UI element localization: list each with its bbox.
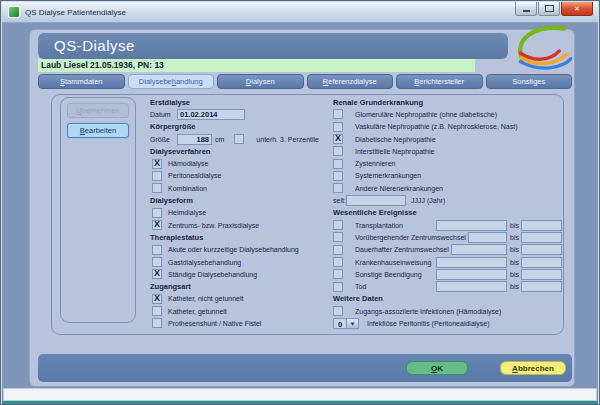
perzentile-checkbox[interactable] <box>234 134 244 144</box>
von-field[interactable] <box>436 220 507 231</box>
akute-dialyse-checkbox[interactable] <box>152 245 162 255</box>
prothesenshunt-checkbox[interactable] <box>152 318 162 328</box>
sonstige-beendigung-checkbox[interactable] <box>333 269 343 279</box>
von-field[interactable] <box>468 232 507 243</box>
krankenhauseinweisung-checkbox[interactable] <box>333 257 343 267</box>
seit-label: seit: <box>333 197 346 204</box>
bearbeiten-button[interactable]: Bearbeiten <box>67 123 129 138</box>
tab-sonstiges[interactable]: Sonstiges <box>486 74 573 89</box>
seit-hint: JJJJ (Jahr) <box>411 197 445 204</box>
section-wesentliche-ereignisse: Wesentliche Ereignisse <box>333 207 562 219</box>
app-icon <box>8 6 20 18</box>
checkbox-row: Andere Nierenerkrankungen <box>333 182 562 194</box>
diabetische-checkbox[interactable] <box>333 134 343 144</box>
app-header: QS-Dialyse <box>38 33 508 59</box>
dialog-button-bar: OK Abbrechen <box>38 354 572 382</box>
datum-label: Datum <box>150 111 177 118</box>
peritonealdialyse-checkbox[interactable] <box>152 171 162 181</box>
von-field[interactable] <box>436 269 507 280</box>
haemodialyse-checkbox[interactable] <box>152 159 162 169</box>
bis-field[interactable] <box>521 281 562 292</box>
bis-field[interactable] <box>521 220 562 231</box>
titlebar[interactable]: QS Dialyse Patientendialyse ✕ <box>2 2 598 23</box>
action-button-frame: Übernehmen Bearbeiten <box>60 97 136 323</box>
app-title: QS-Dialyse <box>54 37 135 54</box>
uebernehmen-button[interactable]: Übernehmen <box>67 103 129 118</box>
vaskulaere-checkbox[interactable] <box>333 122 343 132</box>
chevron-down-icon[interactable]: ▼ <box>347 318 359 329</box>
tod-checkbox[interactable] <box>333 282 343 292</box>
checkbox-row: Zentrums- bzw. Praxisdialyse <box>150 219 328 231</box>
groesse-row: Größe cm unterh. 3. Perzentile <box>150 133 328 145</box>
checkbox-row: Zugangs-assoziierte Infektionen (Hämodia… <box>333 305 562 317</box>
bis-field[interactable] <box>521 244 562 255</box>
zystennieren-checkbox[interactable] <box>333 159 343 169</box>
tab-bar: Stammdaten Dialysebehandlung Dialysen Re… <box>38 74 572 89</box>
bis-label: bis <box>510 222 519 229</box>
section-koerpergroesse: Körpergröße <box>150 121 328 133</box>
peritonitis-dropdown[interactable]: 0 ▼ <box>333 318 359 329</box>
datum-field[interactable] <box>177 109 245 120</box>
tab-berichtersteller[interactable]: Berichtersteller <box>396 74 483 89</box>
checkbox-row: Katheter, getunnelt <box>150 305 328 317</box>
window-title: QS Dialyse Patientendialyse <box>25 8 126 17</box>
glomerulaere-checkbox[interactable] <box>333 109 343 119</box>
peritonitis-label: Infektiöse Peritonitis (Peritonealdialys… <box>367 320 490 327</box>
checkbox-row: Diabetische Nephropathie <box>333 133 562 145</box>
peritonitis-value: 0 <box>333 318 347 329</box>
form-column-left: Erstdialyse Datum Körpergröße Größe cm u… <box>150 96 328 330</box>
katheter-getunnelt-checkbox[interactable] <box>152 306 162 316</box>
ereignis-row-voruebergehender-zentrumswechsel: Vorübergehender Zentrumswechsel bis <box>333 231 562 243</box>
tab-referenzdialyse[interactable]: Referenzdialyse <box>307 74 394 89</box>
bottom-accent-line <box>2 401 598 404</box>
maximize-button[interactable] <box>538 2 560 16</box>
seit-row: seit: JJJJ (Jahr) <box>333 194 562 206</box>
checkbox-row: Ständige Dialysebehandlung <box>150 268 328 280</box>
tab-dialysen[interactable]: Dialysen <box>217 74 304 89</box>
bis-field[interactable] <box>521 257 562 268</box>
von-field[interactable] <box>436 257 507 268</box>
interstitielle-checkbox[interactable] <box>333 146 343 156</box>
minimize-button[interactable] <box>515 2 537 16</box>
checkbox-row: Systemerkrankungen <box>333 170 562 182</box>
abbrechen-button[interactable]: Abbrechen <box>500 361 566 375</box>
transplantation-checkbox[interactable] <box>333 220 343 230</box>
checkbox-row: Akute oder kurzzeitige Dialysebehandlung <box>150 244 328 256</box>
andere-nierenerkrankungen-checkbox[interactable] <box>333 183 343 193</box>
section-weitere-daten: Weitere Daten <box>333 293 562 305</box>
heimdialyse-checkbox[interactable] <box>152 208 162 218</box>
von-field[interactable] <box>436 281 507 292</box>
zentrumsdialyse-checkbox[interactable] <box>152 220 162 230</box>
voruebergehender-zentrumswechsel-checkbox[interactable] <box>333 232 343 242</box>
dauerhafter-zentrumswechsel-checkbox[interactable] <box>333 245 343 255</box>
katheter-nicht-getunnelt-checkbox[interactable] <box>152 294 162 304</box>
tab-stammdaten[interactable]: Stammdaten <box>38 74 125 89</box>
bis-field[interactable] <box>521 232 562 243</box>
bis-field[interactable] <box>521 269 562 280</box>
checkbox-row: Interstitielle Nephropathie <box>333 145 562 157</box>
peritonitis-row: 0 ▼ Infektiöse Peritonitis (Peritonealdi… <box>333 317 562 329</box>
ereignis-row-sonstige-beendigung: Sonstige Beendigung bis <box>333 268 562 280</box>
ok-button[interactable]: OK <box>406 361 468 375</box>
patient-info-bar: Laub Liesel 21.05.1936, PN: 13 <box>38 59 475 72</box>
zugangs-infektionen-checkbox[interactable] <box>333 306 343 316</box>
kombination-checkbox[interactable] <box>152 183 162 193</box>
checkbox-row: Heimdialyse <box>150 207 328 219</box>
gastdialyse-checkbox[interactable] <box>152 257 162 267</box>
ereignis-row-dauerhafter-zentrumswechsel: Dauerhafter Zentrumswechsel bis <box>333 244 562 256</box>
von-field[interactable] <box>451 244 507 255</box>
section-dialyseverfahren: Dialyseverfahren <box>150 145 328 157</box>
checkbox-row: Vaskuläre Nephropathie (z.B. Nephroskler… <box>333 121 562 133</box>
groesse-field[interactable] <box>177 134 212 145</box>
checkbox-row: Peritonealdialyse <box>150 170 328 182</box>
tab-dialysebehandlung[interactable]: Dialysebehandlung <box>128 74 215 89</box>
staendige-dialyse-checkbox[interactable] <box>152 269 162 279</box>
perzentile-label: unterh. 3. Perzentile <box>256 136 319 143</box>
seit-field[interactable] <box>346 195 406 206</box>
close-button[interactable]: ✕ <box>561 2 593 16</box>
logo-swoosh <box>494 24 572 70</box>
systemerkrankungen-checkbox[interactable] <box>333 171 343 181</box>
app-window: QS Dialyse Patientendialyse ✕ QS-Dialyse… <box>0 0 600 405</box>
groesse-unit: cm <box>215 136 224 143</box>
groesse-label: Größe <box>150 136 177 143</box>
